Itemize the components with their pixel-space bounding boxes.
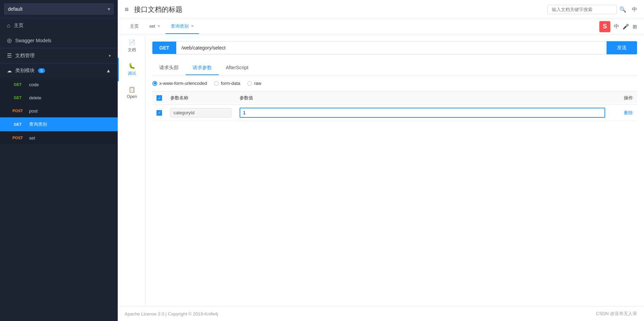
doc-panel-doc-label: 文档 bbox=[128, 47, 136, 53]
param-name-input[interactable] bbox=[170, 108, 231, 117]
s-logo: S bbox=[599, 21, 610, 32]
doc-panel: 📄 文档 🐛 调试 📋 Open bbox=[118, 34, 145, 306]
select-all-checkbox[interactable] bbox=[156, 95, 162, 101]
tab-home-label: 主页 bbox=[130, 23, 139, 29]
param-value-input[interactable] bbox=[240, 108, 605, 118]
radio-formdata[interactable]: form-data bbox=[214, 81, 240, 86]
doc-panel-item-doc[interactable]: 📄 文档 bbox=[118, 34, 145, 58]
category-section-label: 类别模块 bbox=[15, 68, 35, 74]
sub-tab-headers[interactable]: 请求头部 bbox=[152, 61, 186, 75]
sidebar-home-label: 主页 bbox=[14, 23, 24, 29]
api-item-get-code[interactable]: GET code bbox=[0, 78, 118, 91]
radio-raw-circle bbox=[247, 81, 252, 86]
radio-raw-label: raw bbox=[254, 81, 261, 86]
category-section-left: ☁ 类别模块 5 bbox=[7, 68, 45, 74]
footer-left: Apache License 2.0 | Copyright © 2019-Kn… bbox=[125, 311, 218, 316]
sub-tabs: 请求头部 请求参数 AfterScript bbox=[152, 61, 637, 75]
tabs-left: 主页 set ✕ 查询类别 ✕ bbox=[125, 19, 199, 34]
tab-home[interactable]: 主页 bbox=[125, 19, 144, 34]
sidebar-item-swagger[interactable]: ◎ Swagger Models bbox=[0, 33, 118, 48]
table-header-action: 操作 bbox=[609, 91, 637, 105]
doc-management-section: ☰ 文档管理 ▾ bbox=[0, 48, 118, 63]
table-header-row: 参数名称 参数值 操作 bbox=[152, 91, 637, 105]
row-value-cell bbox=[235, 105, 609, 121]
send-button[interactable]: 发送 bbox=[607, 41, 637, 54]
footer: Apache License 2.0 | Copyright © 2019-Kn… bbox=[118, 306, 644, 321]
tab-set-close[interactable]: ✕ bbox=[157, 24, 160, 28]
lang-icon[interactable]: 中 bbox=[614, 23, 619, 30]
api-name-delete: delete bbox=[29, 95, 41, 100]
tabs-right: S 中 🎤 ⊞ bbox=[599, 21, 637, 32]
doc-management-item[interactable]: ☰ 文档管理 ▾ bbox=[0, 48, 118, 63]
search-input[interactable] bbox=[547, 5, 617, 14]
lang-button[interactable]: 中 bbox=[632, 6, 637, 13]
grid-icon[interactable]: ⊞ bbox=[633, 24, 637, 30]
sub-tab-afterscript[interactable]: AfterScript bbox=[219, 61, 255, 75]
doc-management-chevron: ▾ bbox=[109, 53, 111, 58]
tab-set[interactable]: set ✕ bbox=[144, 19, 166, 34]
footer-right: CSDN @宣布无人审 bbox=[596, 311, 637, 317]
doc-panel-item-open[interactable]: 📋 Open bbox=[118, 81, 145, 104]
top-header: ≡ 接口文档的标题 🔍 中 bbox=[118, 0, 644, 19]
radio-raw[interactable]: raw bbox=[247, 81, 261, 86]
radio-formdata-circle bbox=[214, 81, 219, 86]
tab-query[interactable]: 查询类别 ✕ bbox=[166, 19, 199, 34]
tab-query-close[interactable]: ✕ bbox=[191, 24, 194, 28]
swagger-icon: ◎ bbox=[7, 37, 12, 44]
api-name-set: set bbox=[29, 135, 35, 141]
radio-urlencoded[interactable]: x-www-form-urlencoded bbox=[152, 81, 207, 86]
radio-urlencoded-circle bbox=[152, 81, 157, 86]
api-name-post: post bbox=[29, 108, 38, 114]
api-name-code: code bbox=[29, 82, 39, 87]
method-badge-get-code: GET bbox=[10, 82, 25, 87]
hamburger-icon[interactable]: ≡ bbox=[125, 6, 129, 14]
doc-management-icon: ☰ bbox=[7, 52, 12, 59]
delete-param-button[interactable]: 删除 bbox=[624, 110, 633, 116]
url-input[interactable] bbox=[176, 41, 607, 54]
project-select[interactable]: default bbox=[4, 3, 114, 15]
table-header-name: 参数名称 bbox=[166, 91, 235, 105]
sidebar-header: default bbox=[0, 0, 118, 18]
doc-icon: 📄 bbox=[128, 39, 135, 46]
method-badge-post-post: POST bbox=[10, 108, 25, 114]
api-item-post-post[interactable]: POST post bbox=[0, 104, 118, 117]
category-section-header[interactable]: ☁ 类别模块 5 ▲ bbox=[0, 63, 118, 78]
doc-management-label: 文档管理 bbox=[15, 53, 35, 59]
sidebar-nav: ⌂ 主页 ◎ Swagger Models ☰ 文档管理 ▾ ☁ bbox=[0, 18, 118, 144]
api-item-get-query[interactable]: GET 查询类别 bbox=[0, 117, 118, 131]
table-header-checkbox bbox=[152, 91, 166, 105]
table-header-value: 参数值 bbox=[235, 91, 609, 105]
sidebar-swagger-label: Swagger Models bbox=[15, 38, 51, 43]
sidebar-item-home[interactable]: ⌂ 主页 bbox=[0, 18, 118, 33]
category-badge: 5 bbox=[38, 68, 45, 73]
method-get-button[interactable]: GET bbox=[152, 42, 176, 54]
sub-tab-params[interactable]: 请求参数 bbox=[186, 61, 219, 75]
method-bar: GET 发送 bbox=[152, 41, 637, 54]
doc-area: 📄 文档 🐛 调试 📋 Open GET 发送 bbox=[118, 34, 644, 306]
table-row: 删除 bbox=[152, 105, 637, 121]
api-item-get-delete[interactable]: GET delete bbox=[0, 91, 118, 104]
debug-icon: 🐛 bbox=[128, 63, 135, 69]
api-list: GET code GET delete POST post GET 查询类别 bbox=[0, 78, 118, 144]
method-badge-get-delete: GET bbox=[10, 95, 25, 100]
category-section: ☁ 类别模块 5 ▲ GET code GET delete bbox=[0, 63, 118, 144]
api-name-query: 查询类别 bbox=[29, 121, 47, 127]
row-checkbox-cell bbox=[152, 105, 166, 121]
row-name-cell bbox=[166, 105, 235, 121]
tab-set-label: set bbox=[149, 24, 155, 29]
page-title: 接口文档的标题 bbox=[134, 5, 547, 14]
mic-icon[interactable]: 🎤 bbox=[623, 24, 629, 30]
api-item-post-set[interactable]: POST set bbox=[0, 131, 118, 144]
category-chevron-icon: ▲ bbox=[106, 68, 111, 73]
project-select-wrapper: default bbox=[4, 3, 114, 15]
radio-formdata-label: form-data bbox=[221, 81, 240, 86]
radio-group: x-www-form-urlencoded form-data raw bbox=[152, 81, 637, 86]
tab-query-label: 查询类别 bbox=[171, 23, 189, 29]
search-icon[interactable]: 🔍 bbox=[619, 6, 626, 13]
row-action-cell: 删除 bbox=[609, 105, 637, 121]
radio-urlencoded-label: x-www-form-urlencoded bbox=[159, 81, 207, 86]
tabs-bar: 主页 set ✕ 查询类别 ✕ S 中 🎤 ⊞ bbox=[118, 19, 644, 34]
doc-panel-item-debug[interactable]: 🐛 调试 bbox=[118, 58, 145, 81]
row-checkbox[interactable] bbox=[156, 110, 162, 116]
doc-panel-open-label: Open bbox=[127, 94, 137, 99]
